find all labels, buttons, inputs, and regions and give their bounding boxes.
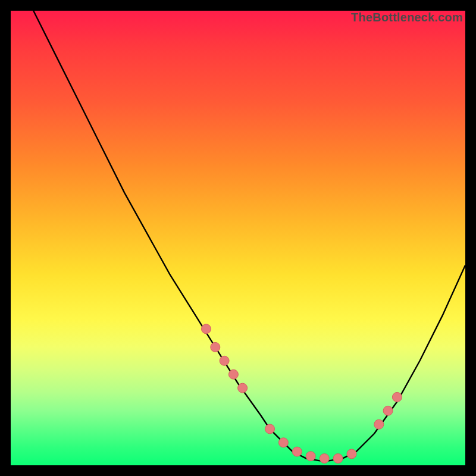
curve-marker bbox=[306, 452, 315, 461]
bottleneck-curve-path bbox=[33, 11, 465, 461]
curve-marker bbox=[202, 324, 211, 334]
curve-marker bbox=[392, 392, 402, 402]
curve-marker bbox=[278, 438, 288, 447]
curve-marker bbox=[347, 449, 356, 459]
curve-marker bbox=[292, 447, 302, 456]
marker-group bbox=[202, 324, 402, 464]
curve-marker bbox=[374, 419, 384, 429]
curve-marker bbox=[211, 342, 220, 352]
chart-frame: TheBottleneck.com bbox=[0, 0, 476, 476]
curve-marker bbox=[220, 356, 229, 365]
curve-marker bbox=[383, 406, 393, 415]
curve-marker bbox=[333, 454, 343, 464]
curve-marker bbox=[320, 454, 329, 464]
plot-area: TheBottleneck.com bbox=[11, 11, 465, 465]
curve-marker bbox=[265, 424, 275, 434]
curve-marker bbox=[238, 383, 248, 393]
curve-marker bbox=[228, 369, 238, 379]
curve-svg bbox=[11, 11, 465, 465]
